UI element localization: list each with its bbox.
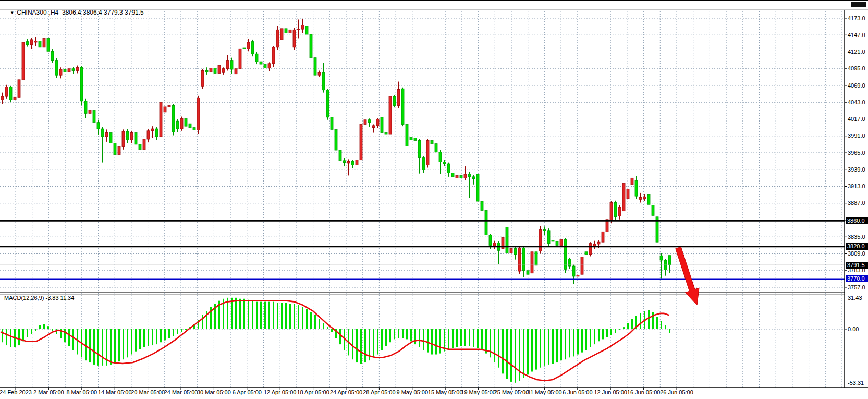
- candle-body: [547, 231, 550, 244]
- candle-body: [68, 69, 70, 72]
- time-axis-label: 6 Jun 05:00: [563, 389, 593, 395]
- candle-body: [180, 118, 183, 129]
- candle-body: [164, 107, 166, 112]
- candle-body: [418, 140, 421, 157]
- candle-body: [410, 137, 412, 140]
- chart-canvas[interactable]: [0, 1, 868, 399]
- candle-body: [572, 266, 575, 276]
- candle-body: [347, 161, 350, 163]
- macd-axis-zero: 0.00: [848, 326, 859, 332]
- candle-body: [289, 30, 291, 33]
- candle-body: [30, 40, 33, 45]
- candle-body: [326, 90, 329, 117]
- candle-body: [535, 252, 537, 265]
- candle-body: [414, 138, 417, 140]
- candle-body: [543, 230, 546, 231]
- candle-body: [210, 68, 212, 72]
- candle-body: [197, 98, 200, 130]
- candle-body: [139, 144, 141, 150]
- candle-body: [114, 143, 116, 154]
- candle-body: [489, 235, 492, 246]
- candle-body: [18, 80, 20, 97]
- time-axis-label: 12 Jun 05:00: [594, 389, 627, 395]
- macd-indicator-label: MACD(12,26,9) -3.83 11.34: [4, 295, 74, 301]
- candle-body: [506, 227, 508, 253]
- candle-body: [135, 133, 137, 144]
- candle-body: [368, 120, 371, 123]
- candle-body: [243, 48, 246, 49]
- candle-body: [189, 124, 191, 127]
- time-axis-label: 20 Mar 05:00: [131, 389, 165, 395]
- candle-body: [93, 110, 95, 123]
- candle-body: [268, 64, 271, 68]
- time-axis-label: 24 Feb 2023: [0, 389, 32, 395]
- candle-body: [443, 162, 446, 164]
- candle-body: [468, 174, 471, 177]
- candle-body: [130, 133, 133, 140]
- macd-axis-max: 31.43: [848, 295, 862, 301]
- candle-body: [160, 102, 162, 137]
- candle-body: [318, 72, 321, 75]
- candle-body: [581, 257, 583, 274]
- candle-body: [126, 131, 129, 140]
- candle-body: [155, 129, 158, 137]
- candle-body: [522, 248, 525, 270]
- candle-body: [485, 210, 487, 235]
- candle-body: [660, 256, 663, 260]
- candle-body: [122, 131, 125, 147]
- candle-body: [372, 126, 375, 128]
- candle-body: [105, 133, 108, 137]
- candle-body: [64, 69, 66, 72]
- candle-body: [201, 70, 204, 86]
- symbol-ohlc-readout: CHINA300-,H4 3806.4 3806.4 3779.3 3791.5: [17, 9, 144, 16]
- candle-body: [147, 131, 150, 139]
- time-axis-label: 14 Mar 05:00: [98, 389, 132, 395]
- candle-body: [527, 271, 529, 274]
- candle-body: [109, 133, 112, 143]
- candle-body: [635, 180, 638, 196]
- candle-body: [222, 69, 225, 72]
- price-axis-label: 3835.0: [848, 234, 868, 240]
- price-axis-label: 3809.0: [848, 250, 868, 257]
- time-axis-label: 18 Apr 05:00: [297, 389, 329, 395]
- candle-body: [643, 197, 646, 199]
- candle-body: [1, 96, 4, 100]
- price-axis-label: 4173.0: [848, 15, 868, 21]
- candle-body: [301, 25, 304, 29]
- candle-body: [59, 69, 62, 75]
- time-axis-label: 6 Apr 05:00: [233, 389, 262, 395]
- time-axis-label: 28 Apr 05:00: [363, 389, 395, 395]
- candle-body: [585, 252, 588, 255]
- candle-body: [385, 133, 387, 134]
- candle-body: [481, 201, 483, 210]
- candle-body: [560, 239, 563, 245]
- candle-body: [393, 96, 396, 105]
- candle-body: [218, 66, 221, 74]
- candle-body: [589, 244, 592, 255]
- candle-body: [322, 72, 325, 90]
- candle-body: [226, 61, 229, 69]
- candle-body: [518, 248, 521, 271]
- price-axis-label: 4017.0: [848, 116, 868, 122]
- candle-body: [464, 174, 467, 178]
- candle-body: [552, 240, 554, 241]
- time-axis-label: 8 Mar 05:00: [66, 389, 97, 395]
- symbol-dropdown-icon[interactable]: ▼: [10, 10, 14, 15]
- candle-body: [239, 49, 241, 68]
- candle-body: [343, 161, 346, 163]
- price-axis-label: 3757.0: [848, 284, 868, 291]
- time-axis-label: 24 Mar 05:00: [164, 389, 198, 395]
- candle-body: [118, 147, 120, 155]
- candle-body: [280, 29, 283, 40]
- candle-body: [26, 42, 29, 45]
- candle-body: [627, 189, 629, 199]
- candle-body: [310, 34, 312, 58]
- candle-body: [460, 175, 462, 178]
- candle-body: [272, 47, 275, 64]
- candle-body: [631, 178, 633, 184]
- candle-body: [531, 252, 533, 273]
- candle-body: [422, 158, 425, 170]
- candle-body: [351, 161, 354, 165]
- candle-body: [255, 54, 258, 62]
- price-flag-3860: 3860.0: [846, 217, 868, 224]
